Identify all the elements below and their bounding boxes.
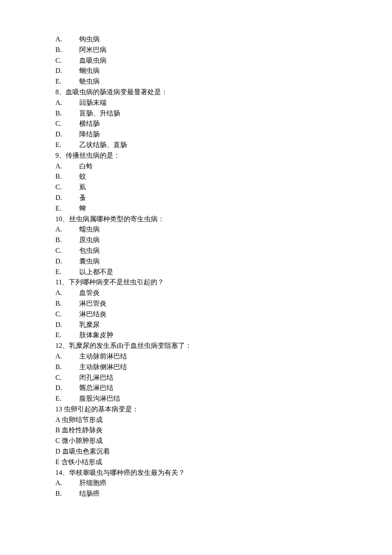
- answer-option: E.乙状结肠、直肠: [55, 140, 337, 150]
- option-spacer: [67, 320, 79, 330]
- option-text: 腹股沟淋巴结: [79, 393, 337, 404]
- answer-option: D.髂总淋巴结: [55, 383, 337, 393]
- option-letter: A.: [55, 161, 67, 172]
- option-letter: C.: [55, 373, 67, 383]
- option-letter: C.: [55, 182, 67, 193]
- option-text: 囊虫病: [79, 256, 337, 267]
- option-spacer: [67, 351, 79, 362]
- option-letter: A.: [55, 34, 67, 45]
- answer-option: D.蛔虫病: [55, 66, 337, 76]
- option-text: 回肠末端: [79, 98, 337, 108]
- option-text: 髂总淋巴结: [79, 383, 337, 393]
- option-letter: A.: [55, 224, 67, 235]
- option-text: 闭孔淋巴结: [79, 373, 337, 383]
- answer-option: A.蠕虫病: [55, 224, 337, 235]
- option-letter: B.: [55, 108, 67, 119]
- question-text: 9、传播丝虫病的是：: [55, 150, 337, 161]
- answer-option: A.血管炎: [55, 288, 337, 298]
- option-letter: A.: [55, 478, 67, 489]
- option-spacer: [67, 288, 79, 298]
- option-spacer: [67, 45, 79, 55]
- question-text: 10、丝虫病属哪种类型的寄生虫病：: [55, 214, 337, 225]
- option-text: 盲肠、升结肠: [79, 108, 337, 119]
- answer-option: D.乳糜尿: [55, 320, 337, 330]
- option-spacer: [67, 66, 79, 76]
- answer-option: E.腹股沟淋巴结: [55, 393, 337, 404]
- answer-option: C.血吸虫病: [55, 55, 337, 66]
- option-spacer: [67, 383, 79, 393]
- option-text: 钩虫病: [79, 34, 337, 45]
- option-spacer: [67, 193, 79, 203]
- option-letter: C.: [55, 55, 67, 66]
- option-spacer: [67, 203, 79, 214]
- answer-option: A.肝细胞癌: [55, 478, 337, 489]
- option-text: 蛔虫病: [79, 66, 337, 76]
- option-spacer: [67, 373, 79, 383]
- answer-option: B.蚊: [55, 171, 337, 182]
- option-spacer: [67, 309, 79, 320]
- option-text: 肝细胞癌: [79, 478, 337, 489]
- option-letter: C.: [55, 246, 67, 256]
- option-text: 白蛉: [79, 161, 337, 172]
- answer-option: E 含铁小结形成: [55, 457, 337, 468]
- option-letter: E.: [55, 393, 67, 404]
- option-letter: B.: [55, 489, 67, 499]
- answer-option: C.包虫病: [55, 246, 337, 256]
- answer-option: B.盲肠、升结肠: [55, 108, 337, 119]
- answer-option: B.原虫病: [55, 235, 337, 246]
- option-text: 蠕虫病: [79, 224, 337, 235]
- answer-option: B.阿米巴病: [55, 45, 337, 55]
- answer-option: C.横结肠: [55, 119, 337, 129]
- option-spacer: [67, 298, 79, 309]
- answer-option: A.钩虫病: [55, 34, 337, 45]
- option-letter: A.: [55, 351, 67, 362]
- option-text: 蜱: [79, 203, 337, 214]
- option-text: 乳糜尿: [79, 320, 337, 330]
- option-text: 主动脉前淋巴结: [79, 351, 337, 362]
- answer-option: A 虫卵结节形成: [55, 415, 337, 425]
- option-spacer: [67, 108, 79, 119]
- option-spacer: [67, 182, 79, 193]
- answer-option: A.主动脉前淋巴结: [55, 351, 337, 362]
- answer-option: E.蛲虫病: [55, 76, 337, 87]
- answer-option: E.蜱: [55, 203, 337, 214]
- option-spacer: [67, 267, 79, 278]
- option-text: 血管炎: [79, 288, 337, 298]
- answer-option: B.主动脉侧淋巴结: [55, 362, 337, 373]
- option-letter: D.: [55, 66, 67, 76]
- option-text: 淋巴管炎: [79, 298, 337, 309]
- option-text: 蚤: [79, 193, 337, 203]
- option-spacer: [67, 55, 79, 66]
- option-spacer: [67, 224, 79, 235]
- option-letter: D.: [55, 320, 67, 330]
- option-letter: E.: [55, 330, 67, 341]
- option-spacer: [67, 393, 79, 404]
- answer-option: D 血吸虫色素沉着: [55, 446, 337, 457]
- option-letter: D.: [55, 193, 67, 203]
- option-letter: E.: [55, 267, 67, 278]
- answer-option: E.肢体象皮肿: [55, 330, 337, 341]
- option-letter: B.: [55, 45, 67, 55]
- answer-option: B.淋巴管炎: [55, 298, 337, 309]
- option-text: 主动脉侧淋巴结: [79, 362, 337, 373]
- answer-option: A.白蛉: [55, 161, 337, 172]
- option-spacer: [67, 478, 79, 489]
- option-spacer: [67, 256, 79, 267]
- answer-option: B.结肠癌: [55, 489, 337, 499]
- option-letter: E.: [55, 140, 67, 150]
- option-letter: D.: [55, 256, 67, 267]
- option-spacer: [67, 140, 79, 150]
- option-text: 蚊: [79, 171, 337, 182]
- answer-option: D.蚤: [55, 193, 337, 203]
- answer-option: D.降结肠: [55, 129, 337, 140]
- option-letter: C.: [55, 119, 67, 129]
- option-spacer: [67, 362, 79, 373]
- option-text: 虱: [79, 182, 337, 193]
- option-letter: B.: [55, 362, 67, 373]
- option-text: 原虫病: [79, 235, 337, 246]
- question-text: 11、下列哪种病变不是丝虫引起的？: [55, 277, 337, 288]
- answer-option: C.淋巴结炎: [55, 309, 337, 320]
- option-spacer: [67, 161, 79, 172]
- option-text: 结肠癌: [79, 489, 337, 499]
- option-letter: E.: [55, 203, 67, 214]
